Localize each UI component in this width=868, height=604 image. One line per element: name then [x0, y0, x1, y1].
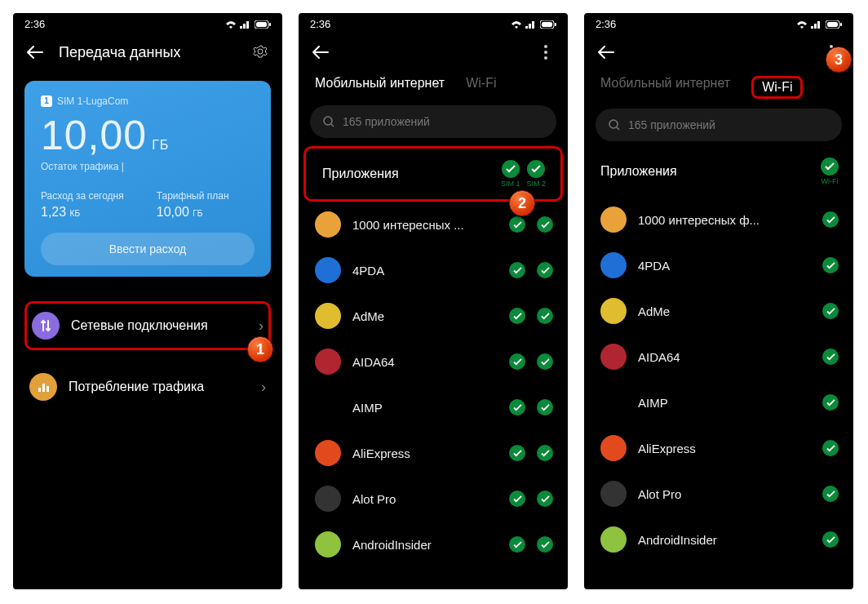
check-toggle[interactable] — [822, 349, 839, 365]
battery-icon — [255, 20, 271, 29]
check-toggle[interactable] — [509, 262, 525, 278]
app-checks — [509, 399, 553, 415]
check-toggle[interactable] — [822, 303, 839, 319]
app-row[interactable]: AliExpress — [584, 425, 853, 471]
check-toggle[interactable] — [537, 353, 553, 370]
status-icons — [511, 20, 556, 29]
check-toggle[interactable] — [822, 440, 839, 456]
check-toggle[interactable] — [509, 308, 525, 324]
check-toggle[interactable] — [537, 491, 553, 507]
app-row[interactable]: 4PDA — [584, 242, 853, 288]
more-button[interactable] — [537, 43, 555, 61]
check-toggle[interactable] — [537, 536, 553, 553]
svg-point-12 — [544, 56, 547, 60]
gear-icon — [252, 44, 268, 60]
check-toggle[interactable] — [537, 308, 553, 324]
check-toggle[interactable] — [509, 216, 525, 233]
app-row[interactable]: AndroidInsider — [299, 522, 568, 567]
menu2-label: Потребление трафика — [69, 380, 250, 394]
enter-usage-button[interactable]: Ввести расход — [41, 233, 255, 265]
back-button[interactable] — [597, 43, 615, 61]
tab-mobile[interactable]: Мобильный интернет — [600, 76, 730, 99]
balance-subtitle: Остаток трафика | — [41, 161, 255, 172]
check-toggle[interactable] — [509, 399, 525, 415]
status-icons — [225, 20, 271, 29]
svg-point-10 — [544, 45, 547, 48]
col-wifi[interactable]: Wi-Fi — [821, 158, 839, 185]
app-checks — [509, 445, 553, 461]
app-row[interactable]: 1000 интересных ф... — [584, 197, 853, 242]
app-name: Alot Pro — [352, 492, 498, 506]
chevron-right-icon: › — [259, 318, 264, 335]
check-toggle[interactable] — [537, 216, 553, 233]
traffic-consumption-item[interactable]: Потребление трафика › — [24, 365, 271, 409]
search-input[interactable]: 165 приложений — [310, 105, 556, 138]
tab-wifi[interactable]: Wi-Fi — [466, 76, 496, 95]
app-row[interactable]: AliExpress — [299, 430, 568, 476]
check-toggle[interactable] — [537, 445, 553, 461]
check-toggle[interactable] — [822, 394, 839, 411]
app-name: AdMe — [352, 309, 498, 323]
page-title: Передача данных — [59, 44, 237, 61]
list-header-row: Приложения Wi-Fi — [584, 146, 853, 197]
check-toggle[interactable] — [509, 491, 525, 507]
app-row[interactable]: AndroidInsider — [584, 517, 853, 562]
app-name: AIDA64 — [638, 350, 811, 364]
svg-point-11 — [544, 51, 547, 54]
tab-wifi[interactable]: Wi-Fi — [751, 76, 803, 99]
app-row[interactable]: AIMP — [584, 380, 853, 425]
app-row[interactable]: AIMP — [299, 384, 568, 430]
list-header-label: Приложения — [600, 164, 814, 179]
app-icon — [600, 344, 627, 370]
check-toggle[interactable] — [822, 486, 839, 502]
menu1-label: Сетевые подключения — [71, 318, 247, 333]
svg-point-13 — [324, 117, 332, 125]
back-button[interactable] — [312, 43, 330, 61]
check-toggle[interactable] — [509, 445, 525, 461]
svg-rect-17 — [840, 23, 842, 26]
check-toggle[interactable] — [537, 399, 553, 415]
check-toggle[interactable] — [822, 531, 839, 548]
wifi-signal-icon — [796, 20, 808, 29]
settings-button[interactable] — [251, 43, 269, 61]
list-header-label: Приложения — [322, 167, 494, 181]
app-list: 1000 интересных ...4PDAAdMeAIDA64AIMPAli… — [299, 202, 568, 567]
app-icon — [600, 435, 627, 461]
status-bar: 2:36 — [299, 13, 568, 32]
check-toggle[interactable] — [822, 257, 839, 273]
list-head-wrap: Приложения SIM 1 SIM 2 2 — [299, 138, 568, 202]
network-connections-item[interactable]: Сетевые подключения › 1 — [24, 301, 271, 350]
tab-mobile[interactable]: Мобильный интернет — [315, 76, 445, 95]
app-checks — [509, 308, 553, 324]
app-row[interactable]: 4PDA — [299, 247, 568, 293]
app-icon — [315, 531, 341, 557]
col-sim2[interactable]: SIM 2 — [526, 160, 546, 188]
battery-icon — [540, 20, 556, 29]
status-bar: 2:36 — [584, 13, 853, 32]
check-toggle[interactable] — [822, 211, 839, 228]
col-sim1[interactable]: SIM 1 — [501, 160, 520, 188]
svg-rect-5 — [42, 384, 45, 392]
app-row[interactable]: AIDA64 — [299, 339, 568, 384]
check-toggle[interactable] — [509, 536, 525, 553]
app-row[interactable]: AIDA64 — [584, 334, 853, 380]
check-toggle[interactable] — [537, 262, 553, 278]
search-input[interactable]: 165 приложений — [596, 109, 842, 141]
app-name: 4PDA — [352, 264, 498, 278]
app-icon — [315, 394, 341, 420]
search-placeholder: 165 приложений — [343, 115, 430, 128]
svg-line-14 — [331, 124, 334, 127]
app-name: AIDA64 — [352, 355, 498, 369]
balance-unit: ГБ — [152, 138, 169, 153]
app-row[interactable]: Alot Pro — [299, 476, 568, 522]
app-checks — [822, 394, 839, 411]
check-toggle[interactable] — [509, 353, 525, 370]
app-row[interactable]: AdMe — [299, 293, 568, 339]
back-button[interactable] — [26, 43, 44, 61]
svg-rect-16 — [827, 22, 838, 27]
svg-point-21 — [609, 120, 618, 128]
app-row[interactable]: Alot Pro — [584, 471, 853, 517]
app-name: 4PDA — [638, 259, 811, 273]
back-arrow-icon — [598, 46, 614, 59]
app-row[interactable]: AdMe — [584, 288, 853, 334]
